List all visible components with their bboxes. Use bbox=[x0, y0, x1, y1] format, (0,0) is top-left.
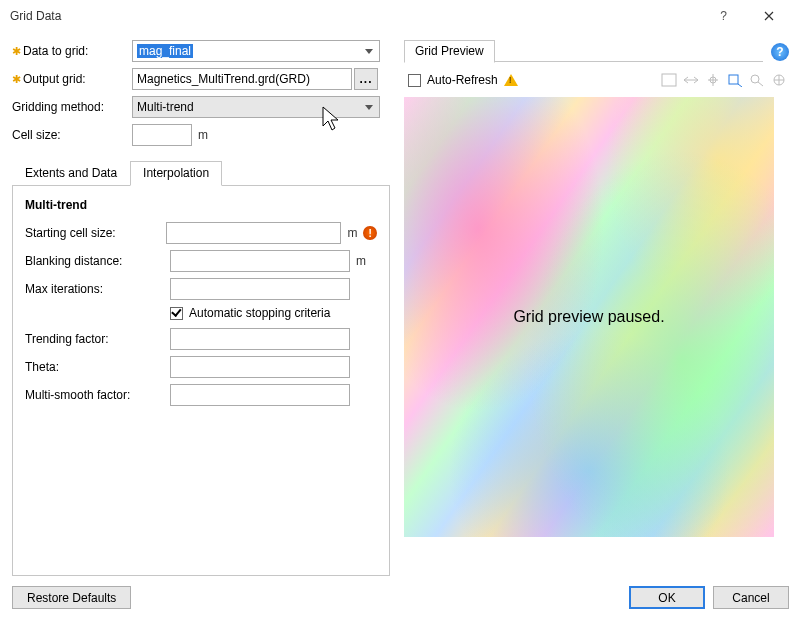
grid-preview-image: Grid preview paused. bbox=[404, 97, 774, 537]
window-title: Grid Data bbox=[10, 9, 701, 23]
unit-label: m bbox=[198, 128, 208, 142]
output-grid-label: ✱ Output grid: bbox=[12, 72, 132, 86]
svg-point-3 bbox=[751, 75, 759, 83]
required-star-icon: ✱ bbox=[12, 73, 21, 86]
close-button[interactable] bbox=[746, 1, 791, 31]
globe-icon[interactable] bbox=[769, 71, 789, 89]
tab-strip: Extents and Data Interpolation bbox=[12, 160, 390, 186]
smooth-input[interactable] bbox=[170, 384, 350, 406]
label-text: Gridding method: bbox=[12, 100, 104, 114]
data-to-grid-label: ✱ Data to grid: bbox=[12, 44, 132, 58]
close-icon bbox=[764, 11, 774, 21]
cell-size-label: Cell size: bbox=[12, 128, 132, 142]
required-star-icon: ✱ bbox=[12, 45, 21, 58]
max-iter-input[interactable] bbox=[170, 278, 350, 300]
cell-size-input[interactable] bbox=[132, 124, 192, 146]
svg-rect-2 bbox=[729, 75, 738, 84]
pan-icon[interactable] bbox=[703, 71, 723, 89]
preview-panel: Grid Preview ? Auto-Refresh Grid preview… bbox=[404, 40, 789, 576]
theta-input[interactable] bbox=[170, 356, 350, 378]
help-button[interactable]: ? bbox=[701, 1, 746, 31]
zoom-box-icon[interactable] bbox=[725, 71, 745, 89]
output-grid-input[interactable] bbox=[132, 68, 352, 90]
browse-label: ... bbox=[359, 72, 372, 86]
preview-status-text: Grid preview paused. bbox=[404, 97, 774, 537]
smooth-label: Multi-smooth factor: bbox=[25, 388, 170, 402]
auto-stop-checkbox[interactable] bbox=[170, 307, 183, 320]
max-iter-label: Max iterations: bbox=[25, 282, 170, 296]
grid-preview-tab[interactable]: Grid Preview bbox=[404, 40, 495, 63]
gridding-method-label: Gridding method: bbox=[12, 100, 132, 114]
chevron-down-icon bbox=[365, 49, 373, 54]
warning-icon bbox=[504, 74, 518, 86]
restore-defaults-button[interactable]: Restore Defaults bbox=[12, 586, 131, 609]
auto-refresh-checkbox[interactable] bbox=[408, 74, 421, 87]
help-icon[interactable]: ? bbox=[771, 43, 789, 61]
trending-input[interactable] bbox=[170, 328, 350, 350]
extent-full-icon[interactable] bbox=[659, 71, 679, 89]
svg-rect-0 bbox=[662, 74, 676, 86]
auto-stop-label: Automatic stopping criteria bbox=[189, 306, 330, 320]
unit-label: m bbox=[356, 254, 366, 268]
ok-button[interactable]: OK bbox=[629, 586, 705, 609]
gridding-method-select[interactable]: Multi-trend bbox=[132, 96, 380, 118]
tab-extents[interactable]: Extents and Data bbox=[12, 161, 130, 186]
unit-label: m bbox=[347, 226, 357, 240]
zoom-icon[interactable] bbox=[747, 71, 767, 89]
error-icon: ! bbox=[363, 226, 377, 240]
blanking-input[interactable] bbox=[170, 250, 350, 272]
chevron-down-icon bbox=[365, 105, 373, 110]
label-text: Cell size: bbox=[12, 128, 61, 142]
section-title: Multi-trend bbox=[25, 198, 377, 212]
form-panel: ✱ Data to grid: mag_final ✱ Output grid:… bbox=[12, 40, 390, 576]
browse-button[interactable]: ... bbox=[354, 68, 378, 90]
label-text: Data to grid: bbox=[23, 44, 88, 58]
tab-interpolation[interactable]: Interpolation bbox=[130, 161, 222, 186]
select-value: mag_final bbox=[137, 44, 193, 58]
data-to-grid-select[interactable]: mag_final bbox=[132, 40, 380, 62]
trending-label: Trending factor: bbox=[25, 332, 170, 346]
cancel-button[interactable]: Cancel bbox=[713, 586, 789, 609]
titlebar: Grid Data ? bbox=[0, 0, 801, 32]
extent-fit-icon[interactable] bbox=[681, 71, 701, 89]
starting-cell-input[interactable] bbox=[166, 222, 341, 244]
label-text: Output grid: bbox=[23, 72, 86, 86]
blanking-label: Blanking distance: bbox=[25, 254, 170, 268]
theta-label: Theta: bbox=[25, 360, 170, 374]
starting-cell-label: Starting cell size: bbox=[25, 226, 166, 240]
divider bbox=[495, 61, 763, 62]
interpolation-panel: Multi-trend Starting cell size: m ! Blan… bbox=[12, 186, 390, 576]
auto-refresh-label: Auto-Refresh bbox=[427, 73, 498, 87]
select-value: Multi-trend bbox=[137, 100, 194, 114]
bottom-bar: Restore Defaults OK Cancel bbox=[12, 586, 789, 609]
